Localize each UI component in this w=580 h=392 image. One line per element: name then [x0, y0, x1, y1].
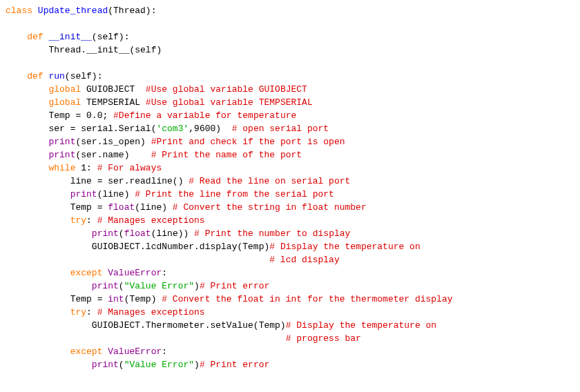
kw-def: def: [27, 71, 43, 81]
comment: # Display the temperature on: [286, 320, 436, 331]
code-text: GUIOBJECT.lcdNumber.display(Temp): [92, 242, 269, 252]
comment: # For always: [97, 163, 162, 173]
code-text: ): [194, 281, 200, 291]
code-text: :: [86, 215, 97, 226]
code-text: (Temp): [124, 294, 162, 304]
number: 1: [75, 163, 86, 173]
code-text: :: [162, 346, 167, 357]
code-text: (: [119, 281, 124, 291]
code-text: (line): [97, 189, 135, 199]
comment: #Use global variable TEMPSERIAL: [146, 97, 313, 108]
comment: # lcd display: [269, 255, 339, 265]
comment: # Print the number to display: [194, 228, 350, 239]
kw-except: except: [70, 268, 103, 278]
builtin: print: [92, 281, 119, 291]
code-text: (self):: [65, 71, 103, 81]
code-text: ): [215, 124, 231, 134]
kw-except: except: [70, 346, 103, 357]
kw-while: while: [48, 163, 75, 173]
kw-global: global: [48, 84, 81, 95]
code-text: (: [119, 228, 124, 239]
string: 'com3': [156, 124, 188, 134]
comment: # Read the line on serial port: [188, 176, 350, 186]
code-text: Temp =: [48, 110, 86, 121]
builtin: print: [92, 360, 119, 370]
code-text: (line): [135, 202, 173, 213]
string: "Value Error": [124, 281, 194, 291]
builtin: float: [124, 228, 151, 239]
func-name: __init__: [48, 32, 91, 42]
code-text: TEMPSERIAL: [81, 97, 146, 108]
kw-try: try: [70, 307, 86, 317]
comment: # progress bar: [286, 333, 361, 344]
comment: # Convert the float in int for the therm…: [162, 294, 452, 304]
code-text: (line)): [151, 228, 194, 239]
comment: #Print and check if the port is open: [151, 137, 345, 147]
comment: # Print error: [200, 360, 269, 370]
class-name: Update_thread: [38, 6, 108, 16]
code-text: :: [86, 163, 97, 173]
builtin: print: [70, 189, 97, 199]
code-block: class Update_thread(Thread): def __init_…: [0, 0, 580, 375]
builtin: int: [108, 294, 124, 304]
code-text: :: [86, 307, 97, 317]
comment: # Manages exceptions: [97, 215, 205, 226]
code-text: Thread.__init__(self): [48, 45, 162, 55]
comment: # Display the temperature on: [269, 242, 420, 252]
code-text: Temp =: [70, 202, 108, 213]
builtin: float: [108, 202, 135, 213]
kw-global: global: [48, 97, 81, 108]
code-text: ser = serial.Serial(: [48, 124, 156, 134]
number: 9600: [194, 124, 215, 134]
code-text: GUIOBJECT.Thermometer.setValue(Temp): [92, 320, 286, 331]
kw-class: class: [6, 6, 32, 16]
code-text: line = ser.readline(): [70, 176, 189, 186]
code-text: (ser.name): [75, 150, 151, 160]
kw-try: try: [70, 215, 86, 226]
code-text: Temp =: [70, 294, 108, 304]
comment: # Print the name of the port: [151, 150, 302, 160]
comment: # Convert the string in float number: [173, 202, 367, 213]
code-text: (: [119, 360, 124, 370]
builtin: print: [48, 137, 75, 147]
code-text: ;: [102, 110, 113, 121]
code-text: (self):: [92, 32, 130, 42]
comment: # Print the line from the serial port: [135, 189, 334, 199]
builtin: ValueError: [108, 268, 162, 278]
string: "Value Error": [124, 360, 194, 370]
code-text: (ser.is_open): [75, 137, 151, 147]
code-text: (Thread):: [108, 6, 156, 16]
code-text: :: [162, 268, 167, 278]
comment: # Manages exceptions: [97, 307, 205, 317]
builtin: print: [48, 150, 75, 160]
kw-def: def: [27, 32, 43, 42]
builtin: print: [92, 228, 119, 239]
code-text: ,: [188, 124, 194, 134]
number: 0.0: [86, 110, 102, 121]
comment: # Print error: [200, 281, 269, 291]
comment: #Use global variable GUIOBJECT: [146, 84, 307, 95]
func-name: run: [48, 71, 64, 81]
code-text: ): [194, 360, 200, 370]
code-text: GUIOBJECT: [81, 84, 146, 95]
builtin: ValueError: [108, 346, 162, 357]
comment: #Define a variable for temperature: [113, 110, 296, 121]
comment: # open serial port: [232, 124, 329, 134]
